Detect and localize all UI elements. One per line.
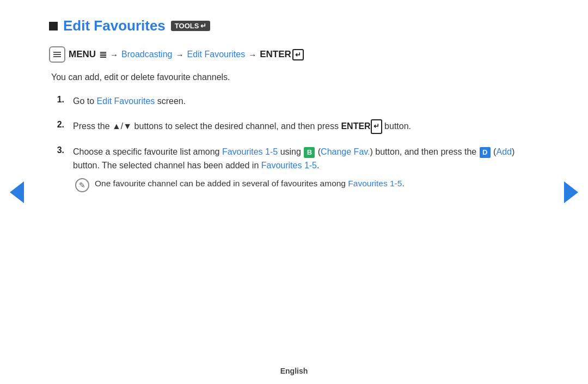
step-1-number: 1. bbox=[51, 95, 64, 105]
step-3-text-mid1: using bbox=[278, 147, 303, 156]
next-page-button[interactable] bbox=[563, 179, 579, 206]
note-content: One favourite channel can be added in se… bbox=[95, 177, 405, 191]
enter-icon-2: ↵ bbox=[371, 119, 382, 134]
step-2-number: 2. bbox=[51, 120, 64, 130]
step-2-enter-bold: ENTER↵ bbox=[341, 121, 382, 131]
menu-label: MENU bbox=[69, 49, 96, 60]
note-box: ✎ One favourite channel can be added in … bbox=[73, 177, 539, 192]
step-3-link3: Add bbox=[496, 147, 511, 156]
footer: English bbox=[0, 361, 588, 384]
step-3-text-before: Choose a specific favourite list among bbox=[73, 147, 222, 156]
step-3-text-mid3: ) button, and then press the bbox=[370, 147, 479, 156]
step-1-text-after: screen. bbox=[155, 96, 186, 106]
step-1-link: Edit Favourites bbox=[97, 96, 155, 106]
enter-badge: ENTER↵ bbox=[260, 49, 304, 60]
svg-rect-1 bbox=[53, 54, 61, 55]
page-container: Edit Favourites TOOLS ↵ MENU ≣ → Broadca… bbox=[0, 0, 588, 384]
step-3: 3. Choose a specific favourite list amon… bbox=[51, 145, 539, 192]
step-1: 1. Go to Edit Favourites screen. bbox=[51, 94, 539, 108]
arrow-2: → bbox=[175, 50, 183, 59]
step-2: 2. Press the ▲/▼ buttons to select the d… bbox=[51, 119, 539, 134]
left-arrow-icon bbox=[10, 181, 24, 203]
note-link: Favourites 1-5 bbox=[348, 179, 402, 188]
step-3-text-mid2: ( bbox=[315, 147, 321, 156]
note-icon: ✎ bbox=[75, 178, 89, 192]
main-content: Edit Favourites TOOLS ↵ MENU ≣ → Broadca… bbox=[0, 0, 588, 361]
step-2-text-before: Press the ▲/▼ buttons to select the desi… bbox=[73, 121, 341, 131]
title-row: Edit Favourites TOOLS ↵ bbox=[49, 17, 539, 34]
tools-badge: TOOLS ↵ bbox=[171, 21, 211, 31]
step-3-link2: Change Fav. bbox=[321, 147, 370, 156]
step-3-text-end: . bbox=[317, 161, 319, 170]
menu-icon-box bbox=[49, 46, 65, 63]
step-3-text-mid4: ( bbox=[491, 147, 497, 156]
arrow-3: → bbox=[248, 50, 256, 59]
right-arrow-icon bbox=[564, 181, 578, 203]
note-text-before: One favourite channel can be added in se… bbox=[95, 179, 348, 188]
svg-rect-0 bbox=[53, 52, 61, 53]
menu-path-row: MENU ≣ → Broadcasting → Edit Favourites … bbox=[49, 46, 539, 63]
menu-grid-icon: ≣ bbox=[99, 49, 107, 60]
btn-green-b: B bbox=[304, 147, 315, 158]
arrow-1: → bbox=[110, 50, 118, 59]
step-2-text-after: button. bbox=[382, 121, 411, 131]
step-2-content: Press the ▲/▼ buttons to select the desi… bbox=[73, 119, 411, 134]
svg-rect-2 bbox=[53, 56, 61, 57]
step-3-content: Choose a specific favourite list among F… bbox=[73, 145, 539, 192]
enter-icon: ↵ bbox=[292, 49, 304, 60]
title-square-icon bbox=[49, 22, 58, 31]
step-3-link1: Favourites 1-5 bbox=[222, 147, 278, 156]
step-3-number: 3. bbox=[51, 145, 64, 155]
prev-page-button[interactable] bbox=[9, 179, 25, 206]
note-icon-symbol: ✎ bbox=[79, 179, 85, 191]
tools-label: TOOLS bbox=[175, 22, 199, 30]
description-text: You can add, edit or delete favourite ch… bbox=[51, 72, 539, 82]
btn-blue-d: D bbox=[480, 147, 491, 158]
footer-language: English bbox=[280, 367, 308, 375]
breadcrumb-broadcasting: Broadcasting bbox=[121, 50, 172, 59]
step-1-text-before: Go to bbox=[73, 96, 97, 106]
steps-list: 1. Go to Edit Favourites screen. 2. Pres… bbox=[51, 94, 539, 192]
breadcrumb-edit-favourites: Edit Favourites bbox=[187, 50, 245, 59]
menu-hand-icon bbox=[53, 50, 62, 59]
enter-label: ENTER bbox=[260, 49, 291, 60]
step-1-content: Go to Edit Favourites screen. bbox=[73, 94, 186, 108]
note-text-after: . bbox=[402, 179, 404, 188]
tools-icon: ↵ bbox=[200, 22, 206, 30]
page-title: Edit Favourites bbox=[63, 17, 166, 34]
step-3-link4: Favourites 1-5 bbox=[261, 161, 317, 170]
